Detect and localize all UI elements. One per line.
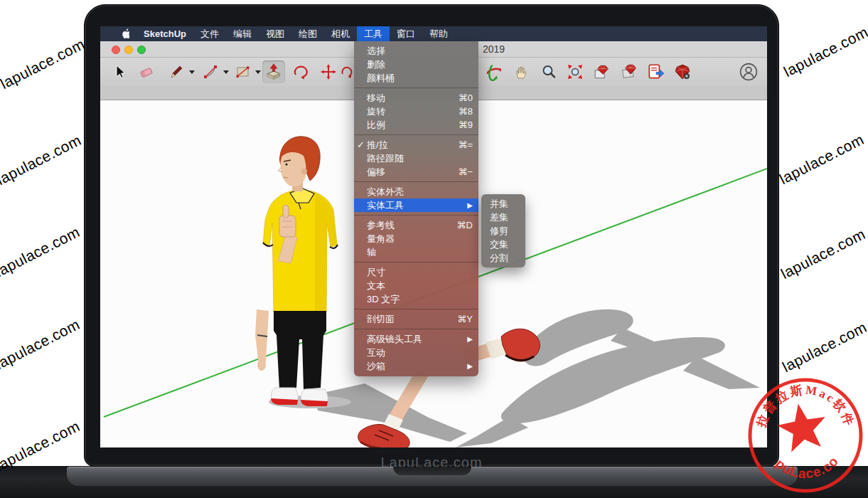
menubar-item-tools[interactable]: 工具 xyxy=(357,26,390,41)
menu-item-3d-text[interactable]: 3D 文字 xyxy=(354,292,478,306)
rectangle-tool-button[interactable] xyxy=(232,60,254,83)
account-button[interactable] xyxy=(737,60,760,83)
menubar-item-camera[interactable]: 相机 xyxy=(324,26,357,41)
menu-item-tape-measure[interactable]: 参考线⌘D xyxy=(354,218,478,232)
ruby-console-button[interactable] xyxy=(671,60,694,83)
account-person-icon xyxy=(739,63,758,81)
watermark: lapulace.com xyxy=(775,224,868,285)
menu-separator xyxy=(354,262,478,263)
component-button[interactable] xyxy=(591,60,614,83)
checkmark: ✓ xyxy=(357,139,367,150)
menu-item-offset[interactable]: 偏移⌘− xyxy=(354,165,478,179)
menubar-item-help[interactable]: 帮助 xyxy=(422,26,455,41)
pan-hand-icon xyxy=(513,63,530,80)
menubar-item-window[interactable]: 窗口 xyxy=(390,26,422,41)
menu-item-sandbox[interactable]: 沙箱▶ xyxy=(354,359,478,373)
laptop-base xyxy=(67,467,798,486)
menu-item-section-plane[interactable]: 剖切面⌘Y xyxy=(354,312,478,326)
arc-dropdown-caret[interactable] xyxy=(223,70,229,74)
zoom-tool-button[interactable] xyxy=(537,60,560,83)
watermark: lapulace.com xyxy=(0,130,87,191)
submenu-arrow-icon: ▶ xyxy=(467,201,473,209)
menu-item-text[interactable]: 文本 xyxy=(354,279,478,292)
menu-separator xyxy=(354,309,478,309)
menu-item-axes[interactable]: 轴 xyxy=(354,245,478,259)
rectangle-icon xyxy=(235,63,252,80)
zoom-extents-icon xyxy=(567,63,584,80)
laptop-frame: SketchUp 文件 编辑 视图 绘图 相机 工具 窗口 帮助 2019 xyxy=(84,4,779,467)
lapulace-stamp: 拉普拉斯Mac软件 LapuLace.com xyxy=(739,370,868,498)
menu-separator xyxy=(354,134,478,135)
apple-menu[interactable] xyxy=(113,26,136,41)
pan-tool-button[interactable] xyxy=(510,60,533,83)
menu-item-erase[interactable]: 删除 xyxy=(354,58,478,71)
menu-item-select[interactable]: 选择 xyxy=(354,44,478,58)
menu-item-protractor[interactable]: 量角器 xyxy=(354,232,478,245)
orbit-tool-button[interactable] xyxy=(483,60,505,83)
move-icon xyxy=(320,63,337,80)
submenu-arrow-icon: ▶ xyxy=(467,335,473,343)
component-gem-icon xyxy=(593,63,611,81)
push-pull-icon xyxy=(264,63,283,81)
menu-item-push-pull[interactable]: ✓推/拉⌘= xyxy=(354,138,478,152)
menu-item-scale[interactable]: 比例⌘9 xyxy=(354,118,478,132)
select-cursor-icon xyxy=(111,63,128,80)
submenu-item-union[interactable]: 并集 xyxy=(481,197,525,211)
rotate-tool-button[interactable] xyxy=(289,60,312,83)
line-tool-button[interactable] xyxy=(166,60,188,83)
menu-item-move[interactable]: 移动⌘0 xyxy=(354,91,478,105)
watermark: lapulace.com xyxy=(0,222,86,282)
watermark: lapulace.com xyxy=(0,314,86,375)
screen: SketchUp 文件 编辑 视图 绘图 相机 工具 窗口 帮助 2019 xyxy=(100,26,767,447)
rectangle-dropdown-caret[interactable] xyxy=(255,70,261,74)
watermark: lapulace.com xyxy=(0,34,91,95)
menu-item-advanced-camera[interactable]: 高级镜头工具▶ xyxy=(354,332,478,346)
submenu-item-intersect[interactable]: 交集 xyxy=(481,238,525,251)
menubar-item-edit[interactable]: 编辑 xyxy=(226,26,259,41)
laptop-base-notch xyxy=(393,467,471,475)
follow-me-icon xyxy=(338,63,355,80)
tools-menu: 选择 删除 颜料桶 移动⌘0 旋转⌘8 比例⌘9 ✓推/拉⌘= 路径跟随 偏移⌘… xyxy=(354,41,478,376)
menu-item-solid-tools[interactable]: 实体工具▶ xyxy=(354,198,478,212)
pencil-icon xyxy=(168,63,186,80)
apple-logo-icon xyxy=(120,28,129,40)
menubar-item-file[interactable]: 文件 xyxy=(193,26,226,41)
eraser-icon xyxy=(138,63,155,80)
menu-item-follow-me[interactable]: 路径跟随 xyxy=(354,152,478,165)
standing-figure xyxy=(255,137,338,406)
zoom-button[interactable] xyxy=(137,46,146,54)
menu-separator xyxy=(354,181,478,182)
orbit-icon xyxy=(485,63,503,81)
arc-tool-button[interactable] xyxy=(200,60,223,83)
submenu-item-subtract[interactable]: 差集 xyxy=(481,211,525,224)
close-button[interactable] xyxy=(112,46,120,54)
export-button[interactable] xyxy=(644,60,667,83)
magnifier-icon xyxy=(540,63,557,80)
watermark: lapulace.com xyxy=(778,22,868,83)
menu-separator xyxy=(354,215,478,216)
zoom-extents-button[interactable] xyxy=(564,60,586,83)
extension-warehouse-button[interactable] xyxy=(618,60,641,83)
menubar-item-view[interactable]: 视图 xyxy=(259,26,291,41)
extension-gem-icon xyxy=(620,63,638,81)
menubar-item-sketchup[interactable]: SketchUp xyxy=(136,26,193,41)
menu-item-interact[interactable]: 互动 xyxy=(354,346,478,359)
line-dropdown-caret[interactable] xyxy=(189,70,195,74)
menubar-item-draw[interactable]: 绘图 xyxy=(291,26,324,41)
window-title: 2019 xyxy=(483,43,505,55)
submenu-item-trim[interactable]: 修剪 xyxy=(481,224,525,238)
menu-item-rotate[interactable]: 旋转⌘8 xyxy=(354,105,478,118)
rotate-icon xyxy=(292,63,309,80)
submenu-item-split[interactable]: 分割 xyxy=(481,251,525,265)
minimize-button[interactable] xyxy=(124,46,133,54)
export-document-icon xyxy=(646,63,665,81)
menu-item-outer-shell[interactable]: 实体外壳 xyxy=(354,185,478,198)
arc-icon xyxy=(203,63,220,80)
select-tool-button[interactable] xyxy=(108,60,131,83)
push-pull-tool-button[interactable] xyxy=(262,60,285,83)
eraser-tool-button[interactable] xyxy=(135,60,158,83)
menu-item-paint-bucket[interactable]: 颜料桶 xyxy=(354,71,478,85)
menu-item-dimensions[interactable]: 尺寸 xyxy=(354,265,478,279)
stamp-star xyxy=(777,404,825,452)
submenu-arrow-icon: ▶ xyxy=(467,362,473,370)
